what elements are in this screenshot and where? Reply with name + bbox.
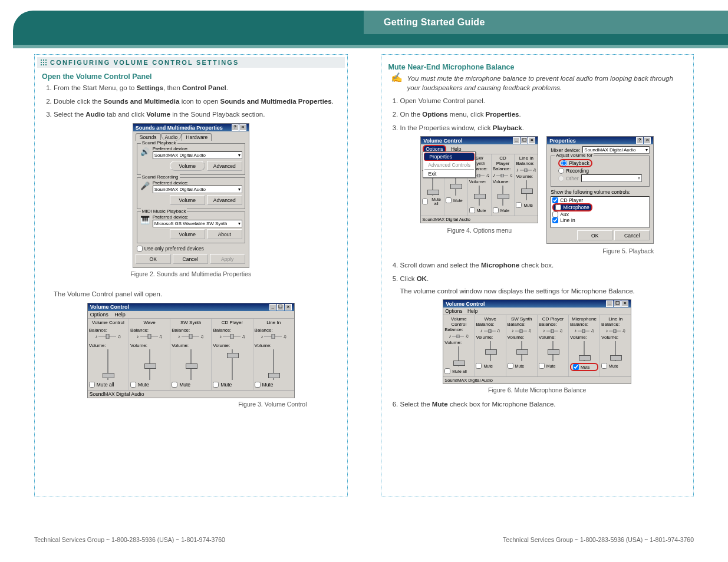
cancel-button[interactable]: Cancel xyxy=(173,254,208,264)
playback-radio[interactable]: Playback xyxy=(558,159,592,167)
mute-checkbox[interactable]: Mute xyxy=(601,363,630,369)
mute-checkbox[interactable]: Mute xyxy=(469,207,490,213)
volume-slider[interactable] xyxy=(476,186,483,206)
midi-device-combo[interactable]: Microsoft GS Wavetable SW Synth▾ xyxy=(153,220,242,227)
maximize-icon[interactable]: ☐ xyxy=(521,137,528,144)
minimize-icon[interactable]: _ xyxy=(269,304,276,310)
controls-list[interactable]: CD Player Microphone Aux Line In xyxy=(551,196,650,228)
playback-device-combo[interactable]: SoundMAX Digital Audio▾ xyxy=(153,151,242,159)
volume-slider[interactable] xyxy=(429,176,436,196)
help-icon[interactable]: ? xyxy=(636,137,643,144)
cancel-button[interactable]: Cancel xyxy=(614,230,650,240)
volume-slider[interactable] xyxy=(612,341,619,361)
record-device-combo[interactable]: SoundMAX Digital Audio▾ xyxy=(153,186,242,193)
balance-slider[interactable]: ♪♫ xyxy=(601,328,630,333)
mute-checkbox[interactable]: Mute xyxy=(476,363,504,369)
ok-button[interactable]: OK xyxy=(577,230,612,240)
volume-slider[interactable] xyxy=(581,341,588,361)
fig4-menubar: Options Help Properties Advanced Control… xyxy=(421,144,538,154)
balance-slider[interactable]: ♪♫ xyxy=(476,328,504,333)
menu-help[interactable]: Help xyxy=(467,308,477,314)
mute-checkbox-microphone[interactable]: Mute xyxy=(570,363,598,371)
volume-slider[interactable] xyxy=(487,341,494,361)
balance-slider[interactable]: ♪♫ xyxy=(172,334,210,339)
menu-item-adv[interactable]: Advanced Controls xyxy=(423,161,475,168)
help-icon[interactable]: ? xyxy=(232,124,239,131)
volume-slider[interactable] xyxy=(455,346,462,366)
list-item[interactable]: Aux xyxy=(552,211,648,217)
mute-all-checkbox[interactable]: Mute all xyxy=(89,382,127,388)
balance-slider[interactable]: ♪♫ xyxy=(516,167,536,173)
balance-slider[interactable]: ♪♫ xyxy=(570,328,598,333)
close-icon[interactable]: × xyxy=(621,300,628,307)
chan-label: SW Synth xyxy=(172,320,210,325)
svg-rect-18 xyxy=(272,334,275,339)
close-icon[interactable]: × xyxy=(528,137,535,144)
channel: Volume ControlBalance:♪♫Volume:Mute all xyxy=(443,315,475,376)
chan-label: SW Synth xyxy=(508,316,536,322)
balance-slider[interactable]: ♪♫ xyxy=(213,334,251,339)
minimize-icon[interactable]: _ xyxy=(513,137,520,144)
tab-hardware[interactable]: Hardware xyxy=(182,133,212,141)
right-panel: Mute Near-End Microphone Balance ✍ You m… xyxy=(381,54,694,497)
maximize-icon[interactable]: ☐ xyxy=(277,304,284,310)
volume-slider[interactable] xyxy=(499,186,506,206)
volume-slider[interactable] xyxy=(549,341,556,361)
svg-rect-34 xyxy=(520,329,522,333)
mute-checkbox[interactable]: Mute xyxy=(446,197,466,203)
volume-slider[interactable] xyxy=(270,349,277,380)
mute-all-checkbox[interactable]: Mute all xyxy=(422,197,443,206)
balance-slider[interactable]: ♪♫ xyxy=(130,334,169,339)
list-item[interactable]: Line In xyxy=(552,217,648,223)
ok-button[interactable]: OK xyxy=(136,254,171,264)
recording-radio[interactable]: Recording xyxy=(558,168,647,174)
volume-slider[interactable] xyxy=(187,349,195,380)
mute-checkbox[interactable]: Mute xyxy=(516,202,536,208)
volume-slider[interactable] xyxy=(523,180,530,200)
mute-checkbox[interactable]: Mute xyxy=(172,382,210,388)
maximize-icon[interactable]: ☐ xyxy=(614,300,621,307)
svg-rect-6 xyxy=(41,64,42,65)
menu-item-exit[interactable]: Exit xyxy=(423,170,475,177)
balance-slider[interactable]: ♪♫ xyxy=(89,334,127,339)
volume-slider[interactable] xyxy=(229,349,236,380)
volume-slider[interactable] xyxy=(104,349,111,380)
balance-slider[interactable]: ♪♫ xyxy=(508,328,536,333)
volume-button[interactable]: Volume xyxy=(170,229,205,239)
menu-options[interactable]: Options xyxy=(90,312,108,318)
volume-slider[interactable] xyxy=(146,349,153,380)
mute-checkbox[interactable]: Mute xyxy=(539,363,567,369)
list-item-microphone[interactable]: Microphone xyxy=(552,203,592,211)
volume-button[interactable]: Volume xyxy=(170,195,205,205)
mute-checkbox[interactable]: Mute xyxy=(130,382,169,388)
step: Open Volume Control panel. xyxy=(400,96,687,106)
balance-slider[interactable]: ♪♫ xyxy=(493,173,513,178)
steps-list-3: Scroll down and select the Microphone ch… xyxy=(400,260,687,296)
advanced-button[interactable]: Advanced xyxy=(207,161,242,171)
mute-checkbox[interactable]: Mute xyxy=(493,207,513,213)
close-icon[interactable]: × xyxy=(239,124,246,131)
volume-slider[interactable] xyxy=(518,341,525,361)
close-icon[interactable]: × xyxy=(644,137,651,144)
mute-checkbox[interactable]: Mute xyxy=(213,382,251,388)
mute-checkbox[interactable]: Mute xyxy=(508,363,536,369)
menu-item-properties[interactable]: Properties xyxy=(424,153,475,161)
apply-button[interactable]: Apply xyxy=(210,254,245,264)
balance-slider[interactable]: ♪♫ xyxy=(255,334,293,339)
balance-slider[interactable]: ♪♫ xyxy=(539,328,567,333)
menu-options[interactable]: Options xyxy=(445,308,462,314)
mute-checkbox[interactable]: Mute xyxy=(255,382,293,388)
close-icon[interactable]: × xyxy=(285,304,292,310)
mute-all-checkbox[interactable]: Mute all xyxy=(444,368,473,374)
balance-slider[interactable]: ♪♫ xyxy=(444,333,473,339)
balance-label: Balance: xyxy=(130,328,169,333)
menu-help[interactable]: Help xyxy=(114,312,126,318)
use-preferred-checkbox[interactable]: Use only preferred devices xyxy=(137,246,245,252)
about-button[interactable]: About xyxy=(207,229,242,239)
tab-audio[interactable]: Audio xyxy=(161,133,182,141)
list-item[interactable]: CD Player xyxy=(552,197,648,203)
advanced-button[interactable]: Advanced xyxy=(207,195,242,205)
volume-button[interactable]: Volume xyxy=(170,161,205,171)
minimize-icon[interactable]: _ xyxy=(606,300,613,307)
volume-slider[interactable] xyxy=(452,176,459,196)
